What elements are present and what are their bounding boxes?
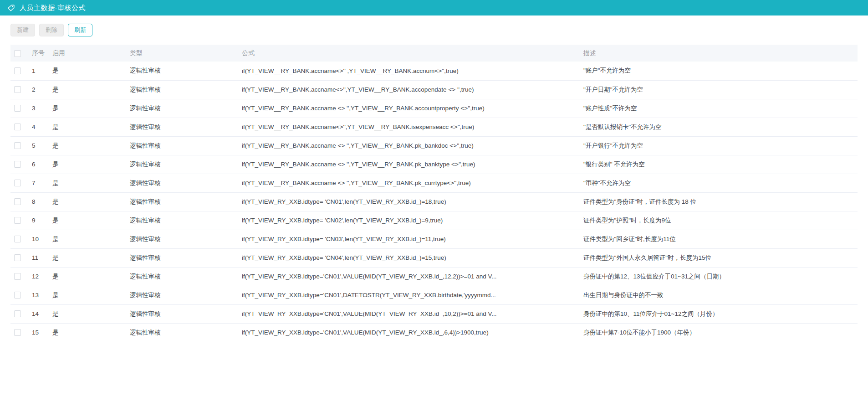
cell-type: 逻辑性审核 xyxy=(126,99,238,118)
cell-index: 7 xyxy=(28,174,49,192)
cell-type: 逻辑性审核 xyxy=(126,248,238,267)
table-row: 9 是 逻辑性审核 if(YT_VIEW_RY_XXB.idtype= 'CN0… xyxy=(10,211,858,230)
column-header-formula: 公式 xyxy=(238,45,580,62)
cell-formula: if(YT_VIEW__RY_BANK.accname <> '',YT_VIE… xyxy=(238,136,580,155)
cell-type: 逻辑性审核 xyxy=(126,155,238,174)
cell-type: 逻辑性审核 xyxy=(126,230,238,248)
cell-index: 14 xyxy=(28,304,49,323)
cell-formula: if(YT_VIEW__RY_BANK.accname<>'',YT_VIEW_… xyxy=(238,118,580,136)
table-row: 6 是 逻辑性审核 if(YT_VIEW__RY_BANK.accname <>… xyxy=(10,155,858,174)
cell-enabled: 是 xyxy=(49,118,126,136)
cell-enabled: 是 xyxy=(49,267,126,286)
cell-type: 逻辑性审核 xyxy=(126,136,238,155)
cell-formula: if(YT_VIEW_RY_XXB.idtype='CN01',DATETOST… xyxy=(238,286,580,304)
row-checkbox[interactable] xyxy=(14,180,21,186)
row-checkbox-cell xyxy=(10,80,28,99)
row-checkbox[interactable] xyxy=(14,124,21,130)
cell-description: 出生日期与身份证中的不一致 xyxy=(580,286,858,304)
table-row: 3 是 逻辑性审核 if(YT_VIEW__RY_BANK.accname <>… xyxy=(10,99,858,118)
cell-description: "账户"不允许为空 xyxy=(580,62,858,80)
cell-description: "开户银行"不允许为空 xyxy=(580,136,858,155)
table-row: 5 是 逻辑性审核 if(YT_VIEW__RY_BANK.accname <>… xyxy=(10,136,858,155)
cell-formula: if(YT_VIEW__RY_BANK.accname <> '',YT_VIE… xyxy=(238,155,580,174)
cell-description: "币种"不允许为空 xyxy=(580,174,858,192)
row-checkbox-cell xyxy=(10,155,28,174)
cell-index: 1 xyxy=(28,62,49,80)
new-button[interactable]: 新建 xyxy=(10,24,35,36)
cell-description: "银行类别" 不允许为空 xyxy=(580,155,858,174)
row-checkbox[interactable] xyxy=(14,142,21,149)
refresh-button[interactable]: 刷新 xyxy=(68,24,92,36)
cell-type: 逻辑性审核 xyxy=(126,304,238,323)
cell-type: 逻辑性审核 xyxy=(126,267,238,286)
cell-formula: if(YT_VIEW_RY_XXB.idtype='CN01',VALUE(MI… xyxy=(238,304,580,323)
cell-enabled: 是 xyxy=(49,155,126,174)
row-checkbox[interactable] xyxy=(14,236,21,242)
cell-type: 逻辑性审核 xyxy=(126,323,238,342)
cell-enabled: 是 xyxy=(49,211,126,230)
cell-enabled: 是 xyxy=(49,248,126,267)
cell-description: 证件类型为"回乡证"时,长度为11位 xyxy=(580,230,858,248)
cell-index: 6 xyxy=(28,155,49,174)
cell-index: 8 xyxy=(28,192,49,211)
table-row: 11 是 逻辑性审核 if(YT_VIEW_RY_XXB.idtype= 'CN… xyxy=(10,248,858,267)
cell-enabled: 是 xyxy=(49,174,126,192)
table-body: 1 是 逻辑性审核 if(YT_VIEW__RY_BANK.accname<>'… xyxy=(10,62,858,342)
cell-formula: if(YT_VIEW__RY_BANK.accname<>'',YT_VIEW_… xyxy=(238,80,580,99)
cell-formula: if(YT_VIEW_RY_XXB.idtype='CN01',VALUE(MI… xyxy=(238,267,580,286)
row-checkbox-cell xyxy=(10,99,28,118)
table-row: 1 是 逻辑性审核 if(YT_VIEW__RY_BANK.accname<>'… xyxy=(10,62,858,80)
table-row: 7 是 逻辑性审核 if(YT_VIEW__RY_BANK.accname <>… xyxy=(10,174,858,192)
row-checkbox-cell xyxy=(10,230,28,248)
row-checkbox-cell xyxy=(10,304,28,323)
cell-type: 逻辑性审核 xyxy=(126,174,238,192)
delete-button[interactable]: 删除 xyxy=(39,24,64,36)
row-checkbox[interactable] xyxy=(14,105,21,112)
row-checkbox-cell xyxy=(10,174,28,192)
table-row: 14 是 逻辑性审核 if(YT_VIEW_RY_XXB.idtype='CN0… xyxy=(10,304,858,323)
cell-enabled: 是 xyxy=(49,136,126,155)
cell-description: "账户性质"不许为空 xyxy=(580,99,858,118)
row-checkbox-cell xyxy=(10,323,28,342)
cell-index: 2 xyxy=(28,80,49,99)
cell-formula: if(YT_VIEW__RY_BANK.accname <> '',YT_VIE… xyxy=(238,99,580,118)
cell-enabled: 是 xyxy=(49,62,126,80)
cell-description: "开户日期"不允许为空 xyxy=(580,80,858,99)
row-checkbox-cell xyxy=(10,136,28,155)
row-checkbox[interactable] xyxy=(14,292,21,299)
cell-type: 逻辑性审核 xyxy=(126,211,238,230)
cell-enabled: 是 xyxy=(49,286,126,304)
cell-description: 身份证中的第12、13位值应介于01~31之间（日期） xyxy=(580,267,858,286)
table-row: 12 是 逻辑性审核 if(YT_VIEW_RY_XXB.idtype='CN0… xyxy=(10,267,858,286)
audit-formula-table: 序号 启用 类型 公式 描述 1 是 逻辑性审核 if(YT_VIEW__RY_… xyxy=(10,45,858,342)
row-checkbox[interactable] xyxy=(14,273,21,280)
cell-index: 11 xyxy=(28,248,49,267)
page-title: 人员主数据-审核公式 xyxy=(20,4,86,12)
cell-formula: if(YT_VIEW_RY_XXB.idtype= 'CN01',len(YT_… xyxy=(238,192,580,211)
row-checkbox[interactable] xyxy=(14,217,21,224)
row-checkbox[interactable] xyxy=(14,161,21,168)
table-row: 8 是 逻辑性审核 if(YT_VIEW_RY_XXB.idtype= 'CN0… xyxy=(10,192,858,211)
row-checkbox[interactable] xyxy=(14,198,21,205)
column-header-enabled: 启用 xyxy=(49,45,126,62)
column-header-description: 描述 xyxy=(580,45,858,62)
row-checkbox-cell xyxy=(10,248,28,267)
cell-formula: if(YT_VIEW_RY_XXB.idtype='CN01',VALUE(MI… xyxy=(238,323,580,342)
row-checkbox[interactable] xyxy=(14,329,21,336)
table-row: 15 是 逻辑性审核 if(YT_VIEW_RY_XXB.idtype='CN0… xyxy=(10,323,858,342)
row-checkbox[interactable] xyxy=(14,86,21,93)
table-header-row: 序号 启用 类型 公式 描述 xyxy=(10,45,858,62)
row-checkbox[interactable] xyxy=(14,67,21,74)
column-header-type: 类型 xyxy=(126,45,238,62)
tag-icon xyxy=(7,4,15,12)
table-row: 13 是 逻辑性审核 if(YT_VIEW_RY_XXB.idtype='CN0… xyxy=(10,286,858,304)
cell-type: 逻辑性审核 xyxy=(126,62,238,80)
select-all-checkbox[interactable] xyxy=(14,50,21,57)
row-checkbox[interactable] xyxy=(14,254,21,261)
column-header-index: 序号 xyxy=(28,45,49,62)
table-row: 2 是 逻辑性审核 if(YT_VIEW__RY_BANK.accname<>'… xyxy=(10,80,858,99)
cell-index: 13 xyxy=(28,286,49,304)
row-checkbox[interactable] xyxy=(14,310,21,317)
cell-description: 身份证中的第10、11位应介于01~12之间（月份） xyxy=(580,304,858,323)
title-bar: 人员主数据-审核公式 xyxy=(0,0,868,15)
